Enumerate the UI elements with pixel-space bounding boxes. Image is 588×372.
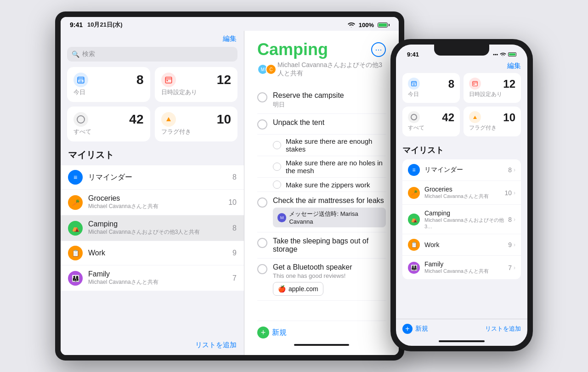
list-name-reminders: リマインダー (88, 173, 232, 182)
ipad-screen: 9:41 10月21日(水) 100% 編集 (61, 17, 399, 355)
iphone-smart-card-flagged[interactable]: 10 フラグ付き (464, 107, 521, 136)
iphone-list-right-groceries: 10 › (504, 189, 515, 197)
subtask-check-t2-1[interactable] (273, 163, 281, 171)
iphone-smart-card-all[interactable]: 42 すべて (402, 107, 460, 136)
ipad-date: 10月21日(水) (87, 21, 123, 29)
detail-footer: + 新規 (257, 321, 386, 340)
iphone-list-item-work[interactable]: 📋 Work 9 › (402, 234, 521, 256)
iphone-new-label: 新規 (415, 325, 428, 333)
smart-card-top: 12 (161, 73, 232, 87)
iphone-list-sub-groceries: Michael Cavannaさんと共有 (424, 193, 504, 200)
new-btn-label: 新規 (272, 328, 287, 338)
iphone-list-count-family: 7 (508, 264, 512, 271)
task-check-t5[interactable] (257, 264, 267, 274)
ipad-new-task-button[interactable]: + 新規 (257, 327, 287, 338)
subtask-t2-1[interactable]: Make sure there are no holes in the mesh (257, 156, 386, 178)
iphone-footer: + 新規 リストを追加 (396, 319, 527, 337)
iphone-smart-card-scheduled[interactable]: 12 日時設定あり (464, 73, 521, 103)
iphone-smart-card-today[interactable]: 21 8 今日 (402, 73, 460, 103)
iphone-new-button[interactable]: + 新規 (402, 324, 428, 334)
list-item-reminders[interactable]: ≡ リマインダー 8 (61, 165, 244, 189)
iphone-smart-top-flagged: 10 (469, 111, 515, 124)
iphone-list-count-groceries: 10 (504, 189, 512, 197)
iphone-list-right-reminders: 8 › (508, 166, 515, 174)
list-sub-camping: Michael Cavannaさんおよびその他3人と共有 (88, 228, 232, 236)
iphone-smart-top-all: 42 (408, 111, 454, 124)
iphone-header: 編集 (402, 60, 521, 73)
iphone-smart-count-scheduled: 12 (503, 78, 515, 90)
list-item-family[interactable]: 👨‍👩‍👧 Family Michael Cavannaさんと共有 7 (61, 265, 244, 291)
subtask-t2-0[interactable]: Make sure there are enough stakes (257, 135, 386, 156)
task-item-t5[interactable]: Get a Bluetooth speaker This one has goo… (257, 259, 386, 301)
smart-icon-today: 21 (74, 73, 88, 87)
ipad-edit-button[interactable]: 編集 (223, 34, 237, 43)
subtask-name-t2-2: Make sure the zippers work (286, 181, 370, 189)
iphone-notch (434, 45, 489, 56)
smart-icon-scheduled (161, 73, 176, 87)
smart-card-scheduled[interactable]: 12 日時設定あり (155, 67, 238, 102)
task-t3: Check the air mattresses for leaks Mメッセー… (257, 192, 386, 232)
iphone-status-icons: ▪▪▪ (493, 52, 516, 57)
list-item-groceries[interactable]: 🥕 Groceries Michael Cavannaさんと共有 10 (61, 190, 244, 215)
task-content-t3: Check the air mattresses for leaks Mメッセー… (273, 197, 386, 227)
list-name-camping: Camping (88, 220, 232, 228)
task-t2: Unpack the tent Make sure there are enou… (257, 114, 386, 192)
list-item-camping[interactable]: ⛺ Camping Michael Cavannaさんおよびその他3人と共有 8 (61, 215, 244, 241)
subtask-name-t2-0: Make sure there are enough stakes (286, 137, 386, 153)
iphone-home-indicator (396, 337, 527, 346)
message-badge-t3: Mメッセージ送信時: Marisa Cavanna (273, 208, 386, 227)
sidebar-header: 編集 (61, 31, 244, 45)
task-sub-t5: This one has good reviews! (273, 272, 386, 279)
iphone-list-item-camping[interactable]: ⛺ Camping Michael Cavannaさんおよびその他3… 8 › (402, 205, 521, 234)
chevron-icon-camping: › (514, 216, 515, 223)
ipad-add-list-button[interactable]: リストを追加 (195, 341, 237, 349)
iphone-smart-icon-today: 21 (408, 78, 420, 90)
iphone-smart-label-today: 今日 (408, 90, 454, 98)
smart-label-scheduled: 日時設定あり (161, 88, 232, 96)
iphone-smart-count-today: 8 (448, 78, 454, 90)
iphone-device: 9:41 ▪▪▪ 編集 21 8 今日 (390, 39, 533, 351)
list-sub-groceries: Michael Cavannaさんと共有 (88, 203, 228, 210)
iphone-time: 9:41 (407, 51, 419, 58)
subtask-check-t2-0[interactable] (273, 141, 281, 149)
smart-card-today[interactable]: 21 8 今日 (67, 67, 150, 102)
more-button[interactable]: ··· (371, 42, 386, 57)
subtask-t2-2[interactable]: Make sure the zippers work (257, 178, 386, 192)
ipad-device: 9:41 10月21日(水) 100% 編集 (55, 11, 404, 361)
task-check-t3[interactable] (257, 197, 267, 208)
iphone-edit-button[interactable]: 編集 (507, 62, 521, 70)
smart-label-today: 今日 (74, 88, 144, 96)
task-item-t4[interactable]: Take the sleeping bags out of storage (257, 232, 386, 259)
iphone-list-count-work: 9 (508, 241, 512, 248)
smart-card-flagged[interactable]: 10 フラグ付き (155, 107, 238, 141)
task-item-t1[interactable]: Reserve the campsite 明日 (257, 87, 386, 114)
task-check-t2[interactable] (257, 119, 267, 130)
task-item-t2[interactable]: Unpack the tent (257, 114, 386, 135)
smart-card-all[interactable]: 42 すべて (67, 107, 150, 141)
smart-label-flagged: フラグ付き (161, 128, 232, 136)
iphone-list-icon-work: 📋 (408, 239, 420, 251)
iphone-smart-label-all: すべて (408, 124, 454, 132)
apple-link-t5[interactable]: 🍎apple.com (273, 282, 323, 296)
iphone-smart-count-all: 42 (442, 111, 454, 124)
list-item-work[interactable]: 📋 Work 9 (61, 241, 244, 265)
ipad-search-bar[interactable]: 🔍 検索 (67, 47, 237, 62)
iphone-battery-icon (508, 52, 516, 56)
iphone-add-list-button[interactable]: リストを追加 (485, 325, 521, 333)
task-t4: Take the sleeping bags out of storage (257, 232, 386, 259)
iphone-list-count-reminders: 8 (508, 166, 512, 174)
smart-count-today: 8 (136, 73, 144, 87)
task-check-t4[interactable] (257, 238, 267, 248)
list-icon-groceries: 🥕 (68, 195, 83, 210)
apple-logo-icon: 🍎 (278, 285, 286, 293)
iphone-list-item-family[interactable]: 👨‍👩‍👧 Family Michael Cavannaさんと共有 7 › (402, 256, 521, 279)
task-check-t1[interactable] (257, 92, 267, 102)
list-count-work: 9 (232, 249, 237, 257)
iphone-list-item-reminders[interactable]: ≡ リマインダー 8 › (402, 159, 521, 181)
subtask-check-t2-2[interactable] (273, 180, 281, 189)
task-item-t3[interactable]: Check the air mattresses for leaks Mメッセー… (257, 192, 386, 232)
list-count-groceries: 10 (228, 198, 237, 207)
iphone-list-item-groceries[interactable]: 🥕 Groceries Michael Cavannaさんと共有 10 › (402, 181, 521, 205)
iphone-content: 編集 21 8 今日 12 日時設定あり 42 すべて (396, 60, 527, 319)
iphone-my-lists-title: マイリスト (402, 143, 521, 159)
